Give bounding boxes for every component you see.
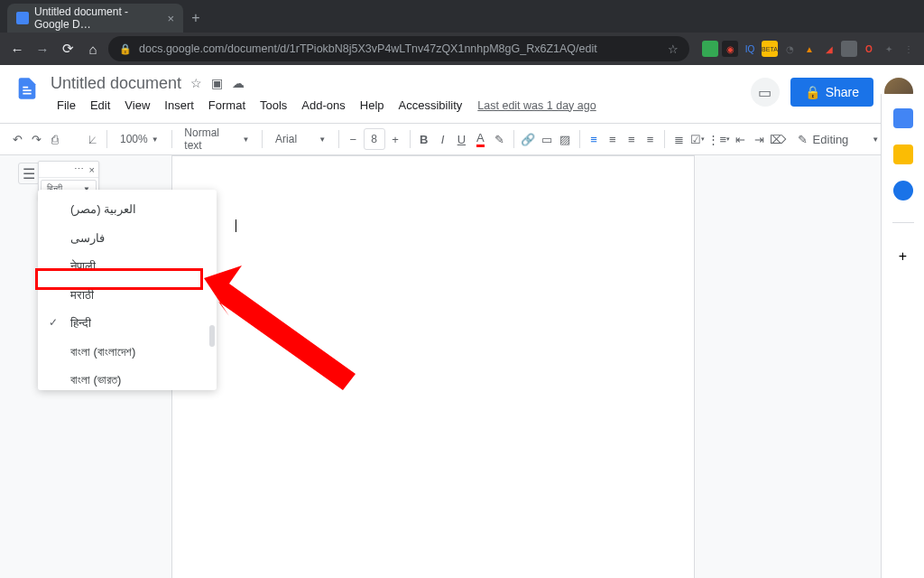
zoom-select[interactable]: 100%▼ [113, 128, 166, 150]
text-color-icon[interactable]: A [472, 127, 489, 151]
menu-insert[interactable]: Insert [158, 96, 200, 115]
back-icon[interactable]: ← [7, 39, 27, 59]
ext-icon-4[interactable]: BETA [762, 41, 778, 57]
menu-tools[interactable]: Tools [254, 96, 293, 115]
ext-icon-5[interactable]: ◔ [781, 41, 798, 57]
close-tab-icon[interactable]: × [167, 12, 174, 25]
language-option[interactable]: (العربية (مصر [38, 195, 217, 224]
menu-file[interactable]: File [51, 96, 82, 115]
checklist-icon[interactable]: ☑▾ [689, 127, 707, 151]
tab-title: Untitled document - Google D… [34, 5, 162, 31]
redo-icon[interactable]: ↷ [28, 127, 45, 151]
url-path: /document/d/1rTPiokbN8j5X3vP4wLTnv47zQX1… [225, 42, 597, 55]
document-title[interactable]: Untitled document [51, 74, 181, 93]
tasks-app-icon[interactable] [893, 181, 913, 200]
calendar-app-icon[interactable] [893, 108, 913, 128]
side-divider [892, 222, 914, 223]
browser-address-bar: ← → ⟳ ⌂ 🔒 docs.google.com/document/d/1rT… [0, 33, 924, 65]
add-addon-icon[interactable]: + [892, 245, 915, 268]
browser-tab[interactable]: Untitled document - Google D… × [7, 4, 183, 33]
ext-icon-6[interactable]: ▲ [801, 41, 818, 57]
extensions-row: ◉ IQ BETA ◔ ▲ ◢ O ✦ ⋮ [695, 41, 917, 57]
menu-bar: File Edit View Insert Format Tools Add-o… [51, 96, 744, 115]
spellcheck-icon[interactable] [66, 127, 83, 151]
pencil-icon: ✎ [798, 133, 808, 146]
link-icon[interactable]: 🔗 [519, 127, 536, 151]
underline-icon[interactable]: U [453, 127, 470, 151]
language-option[interactable]: বাংলা (বাংলাদেশ) [38, 338, 217, 367]
highlight-icon[interactable]: ✎ [491, 127, 508, 151]
menu-format[interactable]: Format [202, 96, 252, 115]
input-tool-menu-icon[interactable]: ⋯ [74, 163, 84, 175]
outline-toggle-icon[interactable]: ☰ [18, 163, 40, 184]
image-icon[interactable]: ▨ [557, 127, 574, 151]
reload-icon[interactable]: ⟳ [58, 39, 78, 59]
side-panel: + [881, 94, 924, 578]
increase-font-icon[interactable]: + [387, 127, 404, 151]
menu-edit[interactable]: Edit [84, 96, 116, 115]
last-edit-link[interactable]: Last edit was 1 day ago [477, 99, 596, 112]
bold-icon[interactable]: B [415, 127, 432, 151]
move-document-icon[interactable]: ▣ [211, 76, 223, 90]
star-document-icon[interactable]: ☆ [190, 76, 202, 90]
keep-app-icon[interactable] [893, 144, 913, 164]
language-option[interactable]: नेपाली [38, 252, 217, 281]
document-page[interactable] [171, 155, 695, 578]
new-tab-button[interactable]: + [183, 5, 208, 31]
cloud-status-icon[interactable]: ☁ [232, 76, 245, 90]
ext-icon-8[interactable] [841, 41, 857, 57]
share-button[interactable]: 🔒 Share [790, 78, 873, 107]
share-label: Share [826, 85, 859, 99]
home-icon[interactable]: ⌂ [83, 39, 103, 59]
align-justify-icon[interactable]: ≡ [642, 127, 659, 151]
decrease-indent-icon[interactable]: ⇤ [732, 127, 749, 151]
docs-favicon [16, 12, 29, 24]
language-option[interactable]: فارسی [38, 224, 217, 253]
style-select[interactable]: Normal text▼ [177, 128, 256, 150]
language-option[interactable]: हिन्दी [38, 309, 217, 338]
lock-icon: 🔒 [119, 43, 132, 55]
menu-addons[interactable]: Add-ons [295, 96, 351, 115]
decrease-font-icon[interactable]: − [345, 127, 362, 151]
language-option[interactable]: বাংলা (ভারত) [38, 366, 217, 390]
print-icon[interactable]: ⎙ [47, 127, 64, 151]
ext-icon-7[interactable]: ◢ [821, 41, 837, 57]
bullet-list-icon[interactable]: ⋮≡▾ [707, 127, 730, 151]
font-select[interactable]: Arial▼ [268, 128, 333, 150]
comment-history-icon[interactable]: ▭ [751, 78, 780, 107]
language-option[interactable]: मराठी [38, 281, 217, 310]
ext-menu-icon[interactable]: ⋮ [901, 41, 917, 57]
paint-format-icon[interactable]: ⟀ [84, 127, 101, 151]
align-center-icon[interactable]: ≡ [604, 127, 621, 151]
docs-logo[interactable] [11, 72, 43, 105]
ext-icon-10[interactable]: ✦ [881, 41, 897, 57]
formatting-toolbar: ↶ ↷ ⎙ ⟀ 100%▼ Normal text▼ Arial▼ − 8 + … [0, 123, 924, 155]
language-dropdown[interactable]: (العربية (مصرفارسیनेपालीमराठीहिन्दीবাংলা… [38, 190, 217, 390]
ext-icon-1[interactable] [702, 41, 718, 57]
align-right-icon[interactable]: ≡ [623, 127, 640, 151]
text-cursor [236, 219, 236, 232]
menu-help[interactable]: Help [354, 96, 391, 115]
italic-icon[interactable]: I [434, 127, 451, 151]
docs-header: Untitled document ☆ ▣ ☁ File Edit View I… [0, 65, 924, 123]
clear-format-icon[interactable]: ⌦ [770, 127, 787, 151]
ext-icon-2[interactable]: ◉ [722, 41, 738, 57]
increase-indent-icon[interactable]: ⇥ [751, 127, 768, 151]
menu-view[interactable]: View [118, 96, 156, 115]
add-comment-icon[interactable]: ▭ [538, 127, 555, 151]
url-host: docs.google.com [139, 42, 225, 55]
font-size-input[interactable]: 8 [364, 128, 385, 150]
mode-select[interactable]: ✎ Editing ▼ [790, 129, 887, 150]
lock-share-icon: 🔒 [805, 85, 820, 99]
line-spacing-icon[interactable]: ≣ [670, 127, 688, 151]
url-input[interactable]: 🔒 docs.google.com/document/d/1rTPiokbN8j… [108, 36, 689, 61]
align-left-icon[interactable]: ≡ [586, 127, 603, 151]
undo-icon[interactable]: ↶ [9, 127, 26, 151]
ext-icon-3[interactable]: IQ [742, 41, 758, 57]
ext-icon-9[interactable]: O [861, 41, 877, 57]
forward-icon: → [32, 39, 52, 59]
input-tool-close-icon[interactable]: × [89, 164, 95, 175]
browser-tab-bar: Untitled document - Google D… × + [0, 0, 924, 33]
menu-accessibility[interactable]: Accessibility [393, 96, 469, 115]
star-icon[interactable]: ☆ [668, 42, 679, 56]
